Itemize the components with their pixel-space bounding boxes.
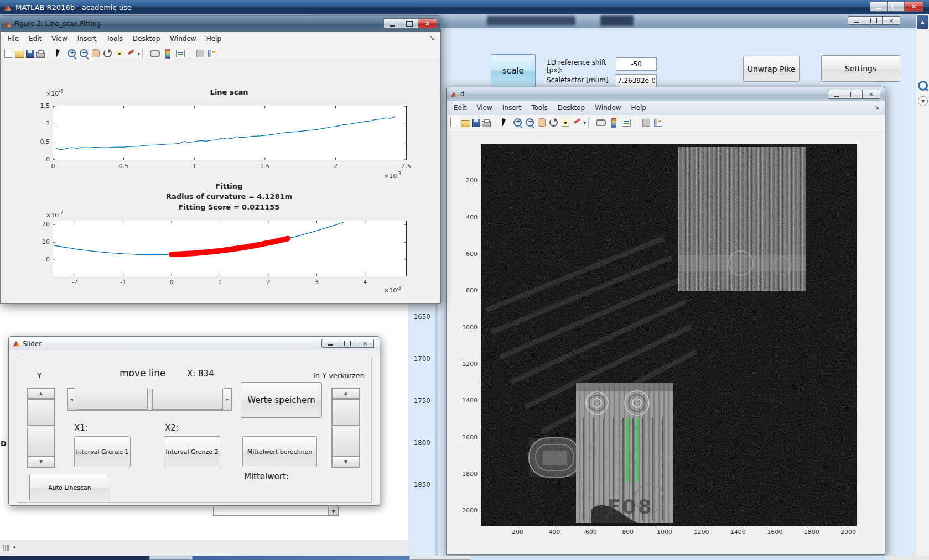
zoom-in-icon[interactable] <box>68 49 76 57</box>
figure-right-title: d <box>460 90 465 98</box>
ref-shift-input[interactable] <box>616 57 657 71</box>
fitting-y-mult: ×10-7 <box>46 211 63 219</box>
menu-item[interactable]: Help <box>626 102 651 113</box>
slider-restore-button[interactable] <box>339 339 356 348</box>
y-slider-up-icon[interactable]: ▲ <box>27 388 55 399</box>
interval-grenze2-button[interactable]: Interval Grenze 2 <box>164 436 220 467</box>
plottools-show-icon[interactable] <box>208 50 216 57</box>
menu-item[interactable]: Window <box>165 33 201 44</box>
slider-thumb[interactable] <box>152 389 223 410</box>
slider-thumb[interactable] <box>76 389 148 410</box>
scroll-down-icon[interactable]: ▼ <box>918 96 928 106</box>
pointer-icon[interactable] <box>56 49 63 57</box>
menu-item[interactable]: View <box>46 33 72 44</box>
menu-item[interactable]: Window <box>590 102 626 113</box>
menu-item[interactable]: View <box>471 102 497 113</box>
shorten-slider-up-icon[interactable]: ▲ <box>332 388 360 399</box>
insert-colorbar-icon[interactable] <box>165 49 170 59</box>
menu-item[interactable]: Desktop <box>553 102 590 113</box>
slider-right-icon[interactable]: ► <box>224 388 231 410</box>
unwrap-pike-button[interactable]: Unwrap Pike <box>743 56 800 82</box>
auto-linescan-label: Auto Linescan <box>48 484 91 491</box>
fig-restore-button[interactable] <box>845 90 862 99</box>
plottools-hide-icon[interactable] <box>196 50 204 57</box>
insert-legend-icon[interactable] <box>176 50 185 57</box>
zoom-out-icon[interactable] <box>80 49 88 57</box>
rotate-3d-icon[interactable] <box>103 49 112 57</box>
menu-item[interactable]: Help <box>201 33 226 44</box>
fig-minimize-button[interactable] <box>828 90 845 99</box>
shorten-slider-thumb[interactable] <box>332 399 360 426</box>
combobox-arrow-icon[interactable]: ▼ <box>328 507 338 515</box>
menu-item[interactable]: Insert <box>497 102 526 113</box>
zoom-out-icon[interactable] <box>526 118 534 127</box>
shorten-slider-down-icon[interactable]: ▼ <box>332 457 360 467</box>
fig2-close-button[interactable]: × <box>418 18 437 29</box>
gui-minimize-button[interactable] <box>848 16 865 25</box>
pan-hand-icon[interactable] <box>92 49 100 57</box>
fig-close-button[interactable]: × <box>862 90 880 99</box>
insert-legend-icon[interactable] <box>622 119 631 127</box>
shorten-y-slider[interactable]: ▲ ▼ <box>331 388 360 468</box>
brush-icon[interactable] <box>573 119 581 127</box>
y-slider-down-icon[interactable]: ▼ <box>27 457 55 467</box>
brush-icon[interactable] <box>127 50 135 57</box>
menu-item[interactable]: File <box>3 33 24 44</box>
pan-hand-icon[interactable] <box>538 118 546 127</box>
menu-item[interactable]: Tools <box>101 33 128 44</box>
plottools-hide-icon[interactable] <box>642 119 650 127</box>
scalefactor-input[interactable] <box>616 74 657 87</box>
slider-minimize-button[interactable] <box>321 339 339 348</box>
save-icon[interactable] <box>472 119 480 127</box>
y-slider[interactable]: ▲ ▼ <box>27 388 55 468</box>
dock-arrow-icon[interactable]: ↘ <box>430 34 435 41</box>
print-icon[interactable] <box>36 52 45 58</box>
datatip-icon[interactable] <box>116 50 123 57</box>
menu-item[interactable]: Tools <box>526 102 553 113</box>
plottools-show-icon[interactable] <box>654 119 662 127</box>
pointer-icon[interactable] <box>502 118 508 127</box>
menu-item[interactable]: Desktop <box>128 33 165 44</box>
y-slider-thumb[interactable] <box>27 399 55 426</box>
new-file-icon[interactable] <box>450 118 458 127</box>
dock-arrow-icon[interactable]: ↘ <box>874 103 879 111</box>
background-combobox[interactable]: ▼ <box>213 507 339 516</box>
menu-item[interactable]: Edit <box>24 33 46 44</box>
y-tick-label: 1 <box>35 120 50 127</box>
menu-item[interactable]: Edit <box>449 102 471 113</box>
separator <box>189 48 193 59</box>
link-plot-icon[interactable] <box>596 119 606 126</box>
resize-grip[interactable] <box>3 545 9 551</box>
insert-colorbar-icon[interactable] <box>611 118 616 128</box>
mittelwert-berechnen-button[interactable]: Mittelwert berechnen <box>242 436 317 467</box>
save-icon[interactable] <box>26 50 34 58</box>
menu-item[interactable]: Insert <box>72 33 101 44</box>
fig2-minimize-button[interactable] <box>383 18 401 29</box>
link-plot-icon[interactable] <box>150 50 160 57</box>
open-folder-icon[interactable] <box>461 120 470 127</box>
slider-close-button[interactable]: × <box>356 339 374 348</box>
shorten-slider-thumb[interactable] <box>332 427 360 457</box>
scale-button[interactable]: scale <box>491 54 536 87</box>
restore-button[interactable] <box>887 1 904 12</box>
werte-speichern-button[interactable]: Werte speichern <box>241 382 322 418</box>
close-button[interactable]: × <box>904 1 923 12</box>
move-line-slider[interactable]: ◄ ► <box>67 388 232 411</box>
settings-button[interactable]: Settings <box>821 55 900 82</box>
gui-restore-button[interactable] <box>865 16 882 25</box>
zoom-in-icon[interactable] <box>513 118 522 127</box>
rotate-3d-icon[interactable] <box>549 118 558 127</box>
new-file-icon[interactable] <box>4 49 12 58</box>
slider-left-icon[interactable]: ◄ <box>68 388 75 410</box>
collapse-panel-button[interactable]: ▲ <box>917 15 928 29</box>
open-folder-icon[interactable] <box>15 51 24 58</box>
y-slider-thumb[interactable] <box>27 427 55 457</box>
datatip-icon[interactable] <box>562 119 569 127</box>
fig2-restore-button[interactable] <box>401 18 418 29</box>
print-icon[interactable] <box>482 121 491 127</box>
minimize-button[interactable] <box>870 1 887 12</box>
interval-grenze1-button[interactable]: Interval Grenze 1 <box>74 436 131 467</box>
gui-close-button[interactable]: × <box>882 16 900 25</box>
auto-linescan-button[interactable]: Auto Linescan <box>29 474 110 501</box>
background-axis-label: 1650 <box>413 313 430 321</box>
